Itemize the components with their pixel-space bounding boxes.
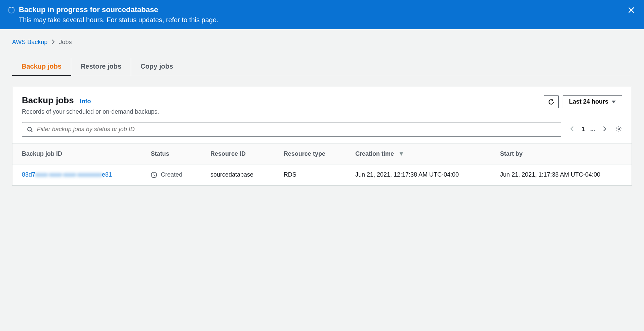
caret-down-icon	[612, 101, 616, 103]
col-resource-type[interactable]: Resource type	[274, 144, 346, 164]
filter-input[interactable]	[37, 126, 556, 133]
cell-status: Created	[141, 164, 201, 185]
breadcrumb-root[interactable]: AWS Backup	[12, 39, 47, 46]
time-range-dropdown[interactable]: Last 24 hours	[563, 95, 622, 108]
backup-jobs-table: Backup job ID Status Resource ID Resourc…	[12, 143, 632, 185]
col-status[interactable]: Status	[141, 144, 201, 164]
breadcrumb-current: Jobs	[59, 39, 72, 46]
panel-subtitle: Records of your scheduled or on-demand b…	[22, 108, 159, 115]
next-page-button[interactable]	[601, 125, 609, 134]
cell-resource-id: sourcedatabase	[201, 164, 274, 185]
breadcrumb: AWS Backup Jobs	[12, 39, 632, 46]
close-icon	[628, 7, 635, 13]
close-banner-button[interactable]	[627, 5, 636, 16]
filter-input-container[interactable]	[22, 122, 561, 137]
time-range-label: Last 24 hours	[569, 98, 608, 105]
panel-title: Backup jobs	[22, 95, 74, 106]
cell-start-by: Jun 21, 2021, 1:17:38 AM UTC-04:00	[491, 164, 632, 185]
svg-line-3	[31, 131, 32, 132]
cell-job-id[interactable]: 83d7xxxx-xxxx-xxxx-xxxxxxxxe81	[12, 164, 141, 185]
chevron-right-icon	[51, 39, 55, 46]
tab-copy-jobs[interactable]: Copy jobs	[131, 58, 183, 76]
notification-banner: Backup in progress for sourcedatabase Th…	[0, 0, 644, 29]
clock-icon	[151, 172, 157, 178]
col-job-id[interactable]: Backup job ID	[12, 144, 141, 164]
spinner-icon	[8, 7, 15, 13]
chevron-left-icon	[569, 126, 575, 132]
sort-desc-icon: ▼	[398, 150, 404, 157]
svg-point-4	[618, 128, 620, 130]
backup-jobs-panel: Backup jobs Info Records of your schedul…	[12, 87, 632, 186]
tab-restore-jobs[interactable]: Restore jobs	[71, 58, 131, 76]
refresh-button[interactable]	[544, 95, 559, 108]
chevron-right-icon	[602, 126, 607, 132]
tab-backup-jobs[interactable]: Backup jobs	[12, 58, 71, 76]
gear-icon	[615, 125, 622, 132]
banner-title: Backup in progress for sourcedatabase	[19, 5, 218, 14]
svg-point-2	[28, 127, 31, 131]
col-resource-id[interactable]: Resource ID	[201, 144, 274, 164]
cell-resource-type: RDS	[274, 164, 346, 185]
banner-subtitle: This may take several hours. For status …	[19, 16, 218, 24]
table-settings-button[interactable]	[615, 125, 622, 133]
col-creation-time[interactable]: Creation time ▼	[346, 144, 491, 164]
prev-page-button[interactable]	[568, 125, 576, 134]
page-ellipsis: ...	[590, 126, 595, 133]
col-start-by[interactable]: Start by	[491, 144, 632, 164]
table-row: 83d7xxxx-xxxx-xxxx-xxxxxxxxe81 Created s…	[12, 164, 632, 185]
cell-creation-time: Jun 21, 2021, 12:17:38 AM UTC-04:00	[346, 164, 491, 185]
tabs: Backup jobs Restore jobs Copy jobs	[12, 58, 632, 76]
pagination: 1 ...	[568, 125, 609, 134]
current-page: 1	[581, 126, 585, 133]
refresh-icon	[548, 99, 554, 105]
table-header-row: Backup job ID Status Resource ID Resourc…	[12, 144, 632, 164]
info-link[interactable]: Info	[80, 98, 91, 105]
search-icon	[27, 126, 33, 133]
